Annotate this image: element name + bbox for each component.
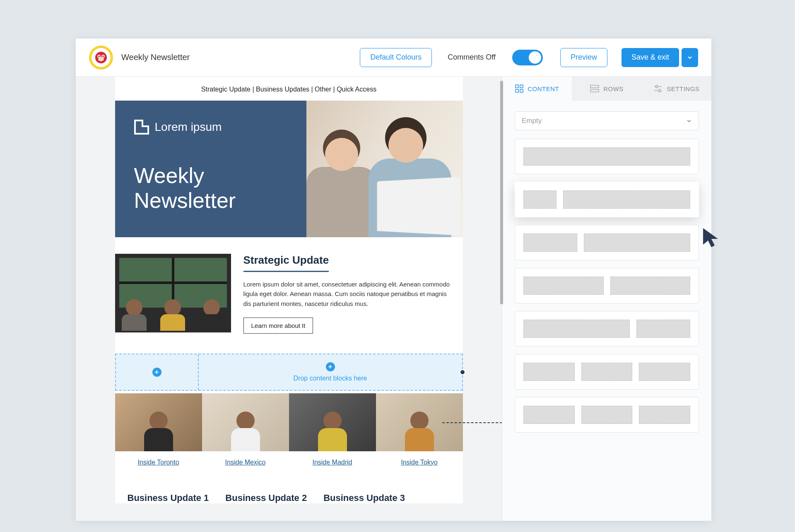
inside-image (115, 393, 202, 451)
tab-settings[interactable]: SETTINGS (642, 77, 711, 101)
block-template-wide-narrow[interactable] (515, 311, 699, 347)
svg-rect-9 (520, 89, 523, 92)
inside-link[interactable]: Inside Tokyo (376, 451, 463, 478)
placeholder (639, 363, 690, 381)
placeholder (523, 406, 575, 424)
app-logo (89, 46, 113, 70)
side-panel: CONTENT ROWS SETTINGS (502, 77, 711, 521)
placeholder (523, 234, 577, 252)
save-exit-button[interactable]: Save & exit (622, 48, 679, 67)
anchor-link[interactable]: Business Updates (256, 86, 309, 93)
strategic-update-block: Strategic Update Lorem ipsum dolor sit a… (115, 237, 463, 346)
svg-rect-6 (516, 85, 518, 88)
strategic-body: Lorem ipsum dolor sit amet, consectetuer… (243, 279, 450, 308)
placeholder (636, 320, 690, 338)
svg-point-4 (99, 55, 100, 57)
strategic-text: Strategic Update Lorem ipsum dolor sit a… (243, 254, 450, 334)
toolbar: Weekly Newsletter Default Colours Commen… (76, 39, 711, 77)
inside-item: Inside Toronto (115, 393, 202, 478)
anchor-link[interactable]: Strategic Update (201, 86, 251, 93)
preview-button[interactable]: Preview (560, 48, 607, 67)
placeholder (584, 234, 690, 252)
scrollbar[interactable] (500, 81, 503, 304)
svg-point-5 (103, 55, 104, 57)
placeholder (563, 190, 690, 209)
anchor-link[interactable]: Quick Access (337, 86, 376, 93)
chevron-down-icon (686, 118, 692, 124)
body: Strategic Update | Business Updates | Ot… (76, 77, 711, 521)
add-icon: + (326, 362, 335, 371)
brand-square-icon (134, 120, 149, 135)
comments-toggle[interactable] (512, 50, 543, 65)
inside-image (289, 393, 376, 451)
inside-item: Inside Mexico (202, 393, 289, 478)
block-template-thirds[interactable] (515, 354, 699, 390)
drop-zone[interactable]: + + Drop content blocks here (115, 354, 463, 391)
svg-rect-10 (590, 85, 599, 88)
inside-item: Inside Tokyo (376, 393, 463, 478)
inside-grid: Inside Toronto Inside Mexico Inside Madr… (115, 393, 463, 478)
anchor-nav: Strategic Update | Business Updates | Ot… (115, 77, 463, 101)
placeholder (639, 406, 690, 424)
comments-label: Comments Off (448, 53, 496, 62)
learn-more-button[interactable]: Learn more about It (243, 318, 313, 334)
tab-content[interactable]: CONTENT (502, 77, 572, 101)
rows-icon (590, 84, 599, 93)
monkey-icon (94, 51, 108, 65)
sliders-icon (653, 84, 662, 93)
placeholder (581, 363, 633, 381)
svg-point-3 (98, 57, 104, 61)
inside-link[interactable]: Inside Mexico (202, 451, 289, 478)
dropdown-value: Empty (522, 117, 542, 125)
side-tabs: CONTENT ROWS SETTINGS (502, 77, 711, 101)
cursor-icon (700, 226, 723, 250)
business-title: Business Update 2 (225, 493, 307, 503)
svg-rect-8 (516, 89, 518, 92)
email-document: Strategic Update | Business Updates | Ot… (115, 77, 463, 503)
app-window: Weekly Newsletter Default Colours Commen… (76, 39, 711, 521)
hero-brand-text: Lorem ipsum (155, 120, 222, 134)
chevron-down-icon (687, 55, 693, 60)
canvas-area: Strategic Update | Business Updates | Ot… (76, 77, 502, 521)
svg-rect-7 (520, 85, 523, 88)
grid-icon (515, 84, 523, 93)
placeholder (523, 190, 556, 209)
inside-link[interactable]: Inside Toronto (115, 451, 202, 478)
placeholder (523, 320, 630, 338)
save-exit-dropdown[interactable] (682, 48, 698, 67)
inside-link[interactable]: Inside Madrid (289, 451, 376, 478)
hero-left: Lorem ipsum Weekly Newsletter (115, 101, 306, 237)
inside-item: Inside Madrid (289, 393, 376, 478)
drop-zone-left[interactable]: + (116, 354, 199, 390)
block-template-full[interactable] (515, 139, 699, 174)
block-template-half-half[interactable] (515, 225, 699, 260)
strategic-image (115, 254, 231, 332)
hero-banner: Lorem ipsum Weekly Newsletter (115, 101, 463, 237)
inside-image (202, 393, 289, 451)
svg-rect-15 (659, 89, 660, 92)
block-filter-dropdown[interactable]: Empty (515, 111, 699, 130)
add-icon: + (152, 368, 161, 377)
default-colours-button[interactable]: Default Colours (360, 48, 432, 67)
anchor-link[interactable]: Other (315, 86, 331, 93)
placeholder (581, 406, 633, 424)
block-template-thirds-2[interactable] (515, 397, 699, 433)
side-body: Empty (502, 101, 711, 451)
placeholder (523, 277, 604, 295)
business-title: Business Update 3 (323, 493, 405, 503)
drop-zone-label: Drop content blocks here (294, 375, 367, 382)
document-title: Weekly Newsletter (121, 53, 352, 62)
business-title: Business Update 1 (128, 493, 209, 503)
placeholder (610, 277, 691, 295)
hero-image (306, 101, 463, 237)
drop-zone-handle[interactable] (460, 369, 465, 375)
hero-brand: Lorem ipsum (134, 120, 306, 135)
business-row: Business Update 1 Business Update 2 Busi… (115, 478, 463, 503)
block-template-equal-2[interactable] (515, 268, 699, 303)
drop-zone-right[interactable]: + Drop content blocks here (199, 354, 462, 390)
hero-title: Weekly Newsletter (134, 164, 306, 213)
block-template-sm-full[interactable] (515, 182, 699, 217)
tab-rows[interactable]: ROWS (572, 77, 641, 101)
svg-rect-11 (590, 89, 599, 92)
strategic-heading: Strategic Update (243, 254, 329, 272)
